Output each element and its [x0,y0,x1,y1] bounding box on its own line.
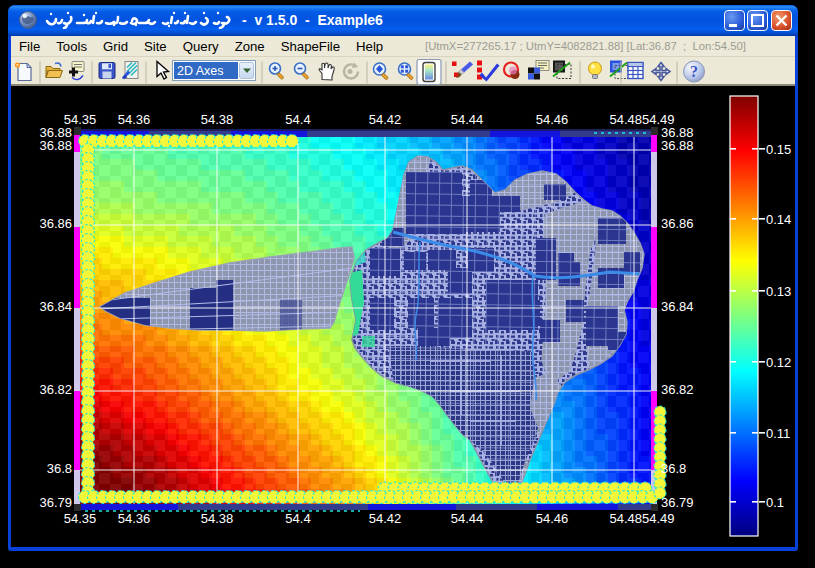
svg-text:36.79: 36.79 [39,495,72,510]
svg-text:54.4854.49: 54.4854.49 [609,511,674,526]
svg-text:54.38: 54.38 [201,511,234,526]
svg-text:36.88: 36.88 [39,138,72,153]
svg-text:36.84: 36.84 [39,299,72,314]
svg-text:0.12: 0.12 [766,355,791,370]
svg-text:54.42: 54.42 [369,112,402,127]
svg-text:54.4: 54.4 [285,112,310,127]
svg-text:54.35: 54.35 [64,511,97,526]
svg-text:36.8: 36.8 [661,461,686,476]
svg-text:36.88: 36.88 [661,138,694,153]
svg-text:54.4: 54.4 [285,511,310,526]
svg-text:0.13: 0.13 [766,284,791,299]
svg-text:0.1: 0.1 [766,495,784,510]
svg-text:54.36: 54.36 [118,112,151,127]
svg-text:0.15: 0.15 [766,142,791,157]
svg-text:54.42: 54.42 [369,511,402,526]
svg-text:36.82: 36.82 [39,382,72,397]
svg-text:54.38: 54.38 [201,112,234,127]
svg-text:54.36: 54.36 [118,511,151,526]
svg-text:36.82: 36.82 [661,382,694,397]
svg-text:54.44: 54.44 [451,112,484,127]
svg-text:54.44: 54.44 [451,511,484,526]
svg-text:36.84: 36.84 [661,299,694,314]
svg-text:36.79: 36.79 [661,495,694,510]
svg-text:36.86: 36.86 [661,216,694,231]
svg-text:54.46: 54.46 [536,112,569,127]
svg-text:0.14: 0.14 [766,212,791,227]
svg-text:54.46: 54.46 [536,511,569,526]
svg-text:36.86: 36.86 [39,216,72,231]
svg-text:36.8: 36.8 [47,461,72,476]
svg-text:0.11: 0.11 [766,426,790,441]
